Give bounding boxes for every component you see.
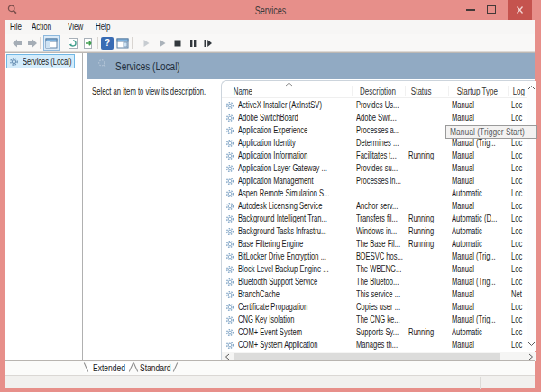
cell-log-on-as: Loc: [511, 188, 522, 198]
cell-description: Processes a...: [356, 125, 399, 135]
table-row[interactable]: Application InformationFacilitates t...R…: [222, 150, 527, 162]
back-icon[interactable]: [10, 36, 24, 50]
cell-log-on-as: Loc: [511, 251, 522, 261]
minimize-button[interactable]: [460, 0, 481, 20]
table-row[interactable]: Aspen Remote Simulation S...AutomaticLoc: [222, 187, 527, 200]
tab-extended-label[interactable]: Extended: [93, 363, 125, 373]
cell-log-on-as: Loc: [511, 264, 522, 274]
column-header-log-on-as[interactable]: Log: [513, 87, 525, 96]
refresh-icon[interactable]: [66, 36, 80, 50]
scroll-down-icon[interactable]: [527, 342, 536, 347]
cell-log-on-as: Loc: [511, 201, 522, 211]
table-row[interactable]: Background Tasks Infrastru...Windows in.…: [222, 225, 527, 238]
cell-log-on-as: Loc: [511, 138, 522, 148]
cell-startup-type: Automatic: [452, 188, 482, 198]
console-tree-icon: [44, 36, 59, 50]
tab-standard-label[interactable]: Standard: [140, 363, 171, 373]
table-row[interactable]: BranchCacheThis service ...ManualNet: [222, 288, 527, 301]
table-row[interactable]: Base Filtering EngineThe Base Fil...Runn…: [222, 238, 527, 251]
menu-file[interactable]: File: [10, 22, 22, 32]
service-gear-icon: [225, 164, 234, 173]
cell-name: Block Level Backup Engine ...: [238, 264, 329, 274]
show-properties-icon[interactable]: [115, 36, 130, 50]
pause-service-icon[interactable]: [186, 36, 200, 50]
table-row[interactable]: COM+ System ApplicationManages th...Manu…: [222, 339, 527, 351]
close-button[interactable]: [508, 0, 532, 20]
cell-startup-type: Automatic: [452, 226, 482, 236]
table-row[interactable]: Application Layer Gateway ...Provides su…: [222, 162, 527, 175]
column-header-name[interactable]: Name: [234, 87, 252, 96]
cell-name: Aspen Remote Simulation S...: [238, 188, 329, 198]
cell-log-on-as: Loc: [511, 214, 522, 223]
cell-description: Adobe Swit...: [356, 113, 397, 123]
stop-service-icon[interactable]: [170, 36, 185, 50]
service-gear-icon: [225, 177, 234, 186]
startup-type-tooltip: Manual (Trigger Start): [445, 125, 537, 139]
start-service-icon[interactable]: [139, 36, 153, 50]
table-row[interactable]: Adobe SwitchBoardAdobe Swit...ManualLoc: [222, 112, 527, 124]
cell-description: Supports Sy...: [356, 327, 399, 337]
cell-startup-type: Manual: [452, 163, 474, 173]
table-row[interactable]: CNG Key IsolationThe CNG ke...Manual (Tr…: [222, 314, 527, 326]
service-gear-icon: [225, 315, 234, 324]
cell-status: Running: [408, 150, 434, 160]
cell-name: Adobe SwitchBoard: [238, 113, 298, 123]
cell-startup-type: Automatic (D...: [452, 214, 497, 223]
services-list: Name Description Status Startup Type Log…: [221, 80, 535, 360]
scroll-right-icon[interactable]: [528, 353, 534, 360]
header-underline: [222, 97, 527, 98]
maximize-icon: [487, 5, 496, 14]
show-console-tree-button[interactable]: [43, 35, 60, 51]
pane-header-band: Services (Local): [87, 53, 535, 79]
scroll-left-icon[interactable]: [225, 353, 230, 360]
cell-description: Facilitates t...: [356, 150, 397, 160]
services-gear-icon: [9, 57, 19, 67]
table-row[interactable]: Application ManagementProcesses in...Man…: [222, 175, 527, 187]
table-row[interactable]: Bluetooth Support ServiceThe Bluetoo...M…: [222, 276, 527, 288]
restart-service-icon[interactable]: [200, 36, 215, 50]
export-list-icon[interactable]: [81, 36, 96, 50]
cell-description: Provides su...: [356, 163, 398, 173]
cell-log-on-as: Loc: [511, 176, 522, 186]
cell-startup-type: Manual: [452, 289, 474, 299]
column-header-status[interactable]: Status: [411, 87, 432, 96]
column-header-startup-type[interactable]: Startup Type: [457, 87, 498, 96]
cell-name: COM+ System Application: [238, 340, 317, 350]
cell-log-on-as: Loc: [511, 150, 522, 160]
resume-service-icon[interactable]: [155, 36, 170, 50]
help-icon[interactable]: ?: [101, 37, 114, 50]
cell-name: Application Layer Gateway ...: [238, 163, 327, 173]
table-row[interactable]: Block Level Backup Engine ...The WBENG..…: [222, 263, 527, 276]
tree-item-services-local[interactable]: Services (Local): [6, 54, 75, 68]
table-row[interactable]: Application IdentityDetermines ...Manual…: [222, 137, 527, 150]
cell-startup-type: Manual (Trig...: [452, 251, 496, 261]
services-window: Services FileActionViewHelp ?: [0, 0, 541, 392]
menu-help[interactable]: Help: [96, 22, 110, 32]
menu-action[interactable]: Action: [32, 22, 51, 32]
service-gear-icon: [225, 139, 234, 148]
cell-description: The WBENG...: [356, 264, 401, 274]
cell-startup-type: Manual: [452, 264, 474, 274]
menu-view[interactable]: View: [68, 22, 83, 32]
maximize-button[interactable]: [483, 0, 501, 20]
cell-description: Transfers fil...: [356, 214, 398, 223]
table-row[interactable]: ActiveX Installer (AxInstSV)Provides Us.…: [222, 99, 527, 112]
cell-startup-type: Manual: [452, 302, 474, 312]
table-row[interactable]: Certificate PropagationCopies user ...Ma…: [222, 301, 527, 314]
scroll-up-icon[interactable]: [527, 85, 536, 90]
cell-startup-type: Automatic: [452, 239, 482, 249]
vertical-scrollbar[interactable]: [527, 81, 536, 351]
cell-log-on-as: Loc: [511, 163, 522, 173]
tree-item-label: Services (Local): [23, 57, 71, 67]
cell-description: Anchor serv...: [356, 201, 398, 211]
table-row[interactable]: Background Intelligent Tran...Transfers …: [222, 213, 527, 225]
table-row[interactable]: COM+ Event SystemSupports Sy...RunningAu…: [222, 326, 527, 339]
cell-description: Manages th...: [356, 340, 398, 350]
table-row[interactable]: Autodesk Licensing ServiceAnchor serv...…: [222, 200, 527, 213]
cell-description: Windows in...: [356, 226, 397, 236]
cell-startup-type: Manual: [452, 176, 474, 186]
column-header-description[interactable]: Description: [360, 87, 396, 96]
table-row[interactable]: BitLocker Drive Encryption ...BDESVC hos…: [222, 251, 527, 263]
cell-name: Certificate Propagation: [238, 302, 307, 312]
forward-icon[interactable]: [25, 36, 40, 50]
